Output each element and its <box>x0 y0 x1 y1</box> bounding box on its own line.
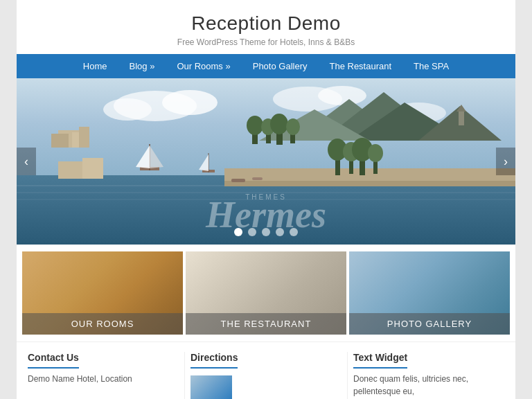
slider-dot-0[interactable] <box>234 228 242 236</box>
site-subtitle: Free WordPress Theme for Hotels, Inns & … <box>24 37 508 47</box>
feature-box-0[interactable]: OUR ROOMS <box>22 251 183 335</box>
feature-box-1[interactable]: THE RESTAURANT <box>186 251 346 335</box>
hero-background: THEMES Hermes <box>17 78 515 245</box>
hero-scene-svg: THEMES Hermes <box>17 78 515 245</box>
page-wrapper: Reception Demo Free WordPress Theme for … <box>17 0 515 399</box>
nav-item-0[interactable]: Home <box>72 54 118 78</box>
widget-col-1: Directions <box>185 352 348 399</box>
nav-item-2[interactable]: Our Rooms » <box>166 54 241 78</box>
svg-rect-31 <box>224 181 515 186</box>
widget-content-2: Donec quam felis, ultricies nec, pellent… <box>353 373 504 398</box>
slider-arrow-left[interactable]: ‹ <box>17 148 36 175</box>
slider-dot-2[interactable] <box>262 228 270 236</box>
widget-title-2: Text Widget <box>353 352 407 369</box>
slider-arrow-right[interactable]: › <box>496 148 515 175</box>
feature-box-2[interactable]: PHOTO GALLERY <box>349 251 510 335</box>
svg-point-15 <box>247 116 263 135</box>
nav-item-1[interactable]: Blog » <box>118 54 166 78</box>
widget-title-1: Directions <box>190 352 238 369</box>
slider-dot-4[interactable] <box>290 228 298 236</box>
svg-rect-23 <box>51 134 69 148</box>
svg-point-3 <box>103 98 152 121</box>
slider-dot-3[interactable] <box>276 228 284 236</box>
svg-rect-50 <box>252 177 263 180</box>
widget-title-0: Contact Us <box>28 352 79 369</box>
widget-content-0: Demo Name Hotel, Location <box>28 373 179 385</box>
widget-col-0: Contact UsDemo Name Hotel, Location <box>22 352 185 399</box>
svg-rect-12 <box>459 112 464 125</box>
hero-slider: THEMES Hermes ‹ › <box>17 78 515 245</box>
widget-content-1 <box>190 373 342 399</box>
slider-dots <box>234 228 298 236</box>
feature-box-label-0: OUR ROOMS <box>22 313 183 335</box>
slider-dot-1[interactable] <box>248 228 256 236</box>
svg-rect-40 <box>58 161 86 179</box>
svg-rect-25 <box>79 127 89 148</box>
widget-col-2: Text WidgetDonec quam felis, ultricies n… <box>348 352 510 399</box>
nav-item-3[interactable]: Photo Gallery <box>242 54 319 78</box>
widgets-row: Contact UsDemo Name Hotel, LocationDirec… <box>17 342 515 399</box>
svg-rect-49 <box>231 179 245 182</box>
site-header: Reception Demo Free WordPress Theme for … <box>17 0 515 54</box>
main-nav: HomeBlog »Our Rooms »Photo GalleryThe Re… <box>17 54 515 78</box>
nav-item-4[interactable]: The Restaurant <box>318 54 402 78</box>
svg-rect-41 <box>82 158 103 179</box>
svg-rect-30 <box>224 168 515 182</box>
svg-point-2 <box>162 90 218 115</box>
feature-box-label-1: THE RESTAURANT <box>186 313 346 335</box>
site-title: Reception Demo <box>24 12 508 35</box>
feature-box-label-2: PHOTO GALLERY <box>349 313 510 335</box>
widget-image-placeholder <box>190 375 232 399</box>
svg-point-21 <box>286 118 300 135</box>
nav-item-5[interactable]: The SPA <box>402 54 460 78</box>
feature-boxes: OUR ROOMSTHE RESTAURANTPHOTO GALLERY <box>17 245 515 342</box>
svg-point-5 <box>318 86 366 105</box>
svg-point-39 <box>368 144 383 162</box>
svg-point-19 <box>270 114 288 134</box>
